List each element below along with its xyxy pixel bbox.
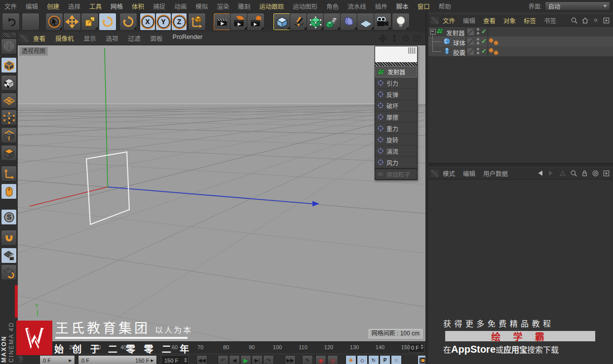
array-generator-button[interactable] <box>323 13 341 31</box>
editor-visibility-dot[interactable] <box>477 38 479 40</box>
tag-dot-icon[interactable] <box>489 38 494 43</box>
editor-visibility-dot[interactable] <box>477 48 479 50</box>
om-menu-书签[interactable]: 书签 <box>540 16 560 25</box>
object-row-球体[interactable]: 球体✓ <box>428 36 613 46</box>
attribute-manager-grip[interactable] <box>431 170 439 177</box>
menu-item-选择[interactable]: 选择 <box>64 1 85 11</box>
particle-menu-item-重力[interactable]: 重力 <box>375 123 417 134</box>
enabled-check-icon[interactable]: ✓ <box>481 47 487 55</box>
go-to-end-button[interactable]: ▶▶ <box>285 355 296 364</box>
record-parameter-button[interactable]: P <box>380 355 390 364</box>
go-to-start-button[interactable]: ◀◀ <box>196 355 207 364</box>
rotate-tool-button[interactable] <box>99 13 116 31</box>
layer-chip[interactable] <box>467 48 474 55</box>
texture-mode-button[interactable] <box>1 75 17 91</box>
expander-icon[interactable] <box>430 29 436 35</box>
particle-menu-header[interactable] <box>375 46 417 62</box>
next-frame-button[interactable]: ▶| <box>252 355 263 364</box>
current-frame-slider[interactable]: 0 F▸ <box>39 355 75 364</box>
target-icon[interactable] <box>592 170 599 177</box>
workplane-lock-button[interactable] <box>1 248 17 263</box>
particle-menu-item-风力[interactable]: 风力 <box>375 157 417 168</box>
menu-item-雕刻[interactable]: 雕刻 <box>233 1 255 11</box>
menu-item-创建[interactable]: 创建 <box>42 1 64 11</box>
scale-tool-button[interactable] <box>81 13 99 31</box>
menu-item-渲染[interactable]: 渲染 <box>212 1 233 11</box>
menu-item-网格[interactable]: 网格 <box>106 1 127 11</box>
render-visibility-dot[interactable] <box>477 42 479 44</box>
record-rotation-button[interactable]: ↻ <box>368 355 379 364</box>
menu-item-模拟[interactable]: 模拟 <box>191 1 212 11</box>
particle-menu-item-摩擦[interactable]: 摩擦 <box>375 111 417 123</box>
object-row-胶囊[interactable]: 胶囊✓ <box>428 46 613 56</box>
render-to-picture-button[interactable] <box>230 13 248 31</box>
viewport-solo-button[interactable] <box>1 183 17 199</box>
subdivision-surface-button[interactable] <box>306 13 324 31</box>
spline-pen-button[interactable] <box>290 13 307 31</box>
move-tool-button[interactable] <box>63 13 81 31</box>
search-icon[interactable] <box>570 170 577 177</box>
particle-menu-item-旋转[interactable]: 旋转 <box>375 134 417 146</box>
tag-dot-icon[interactable] <box>494 40 498 45</box>
edges-mode-button[interactable] <box>1 127 17 143</box>
up-icon[interactable] <box>559 169 567 177</box>
key-record-button[interactable]: ✎ <box>302 355 313 364</box>
editor-visibility-dot[interactable] <box>477 28 479 31</box>
enabled-check-icon[interactable]: ✓ <box>481 37 487 45</box>
play-backwards-button[interactable]: ↶ <box>218 355 229 364</box>
live-selection-button[interactable] <box>45 13 63 31</box>
object-tree[interactable]: 发射器✓球体✓胶囊✓ <box>428 27 613 163</box>
redo-button[interactable] <box>22 13 39 31</box>
current-frame-field[interactable]: 0 F <box>409 343 424 353</box>
frame-spinner[interactable] <box>421 344 423 349</box>
selection-filter-button[interactable]: S <box>1 209 17 225</box>
add-panel-icon[interactable] <box>603 170 610 177</box>
record-point-level-button[interactable]: ⁙ <box>391 355 402 364</box>
transport-grip[interactable] <box>19 356 23 363</box>
home-icon[interactable] <box>581 17 589 24</box>
om-menu-对象[interactable]: 对象 <box>499 16 520 25</box>
add-panel-icon[interactable] <box>603 17 610 24</box>
search-icon[interactable] <box>571 17 578 24</box>
menu-item-工具[interactable]: 工具 <box>85 1 106 11</box>
coordinate-system-button[interactable] <box>188 13 206 31</box>
light-button[interactable] <box>392 13 410 31</box>
menu-item-体积[interactable]: 体积 <box>127 1 149 11</box>
toolbar-grip[interactable] <box>2 33 16 37</box>
render-settings-button[interactable] <box>247 13 265 31</box>
viewport-menu-过滤[interactable]: 过滤 <box>123 34 146 43</box>
filter-icon[interactable] <box>592 17 599 24</box>
record-button[interactable]: ◉ <box>315 355 326 364</box>
x-axis-toggle[interactable]: X <box>140 13 155 31</box>
snap-button[interactable] <box>1 230 17 246</box>
add-cube-button[interactable] <box>273 13 291 31</box>
menu-item-角色[interactable]: 角色 <box>322 1 343 11</box>
play-loop-button[interactable]: ↷ <box>263 355 274 364</box>
undo-button[interactable] <box>2 13 20 31</box>
back-icon[interactable] <box>536 169 544 177</box>
floor-button[interactable] <box>357 13 375 31</box>
play-button[interactable]: ▶ <box>240 355 251 364</box>
object-name[interactable]: 胶囊 <box>453 48 465 57</box>
particle-menu-item-湍流[interactable]: 湍流 <box>375 146 417 157</box>
workplane-mode-button[interactable] <box>1 93 17 109</box>
particle-menu-item-反弹[interactable]: 反弹 <box>375 89 417 100</box>
last-used-tool-button[interactable] <box>119 13 137 31</box>
viewport-menu-显示[interactable]: 显示 <box>79 34 101 43</box>
particle-menu-item-发射器[interactable]: 发射器 <box>375 66 417 77</box>
viewport-menu-摄像机[interactable]: 摄像机 <box>50 34 79 43</box>
polygons-mode-button[interactable] <box>1 145 17 161</box>
am-menu-用户数据[interactable]: 用户数据 <box>479 169 512 178</box>
menu-item-捕捉[interactable]: 捕捉 <box>149 1 170 11</box>
lock-icon[interactable] <box>581 170 588 177</box>
menu-item-帮助[interactable]: 帮助 <box>434 1 456 11</box>
forward-icon[interactable] <box>547 169 555 177</box>
particle-menu-item-引力[interactable]: 引力 <box>375 77 417 89</box>
menu-item-脚本[interactable]: 脚本 <box>392 1 413 11</box>
record-scale-button[interactable]: ◇ <box>357 355 368 364</box>
record-position-button[interactable]: ✚ <box>345 355 356 364</box>
am-menu-模式[interactable]: 模式 <box>439 169 459 178</box>
om-menu-标签[interactable]: 标签 <box>520 16 540 25</box>
layer-chip[interactable] <box>467 28 474 36</box>
render-view-button[interactable] <box>213 13 231 31</box>
